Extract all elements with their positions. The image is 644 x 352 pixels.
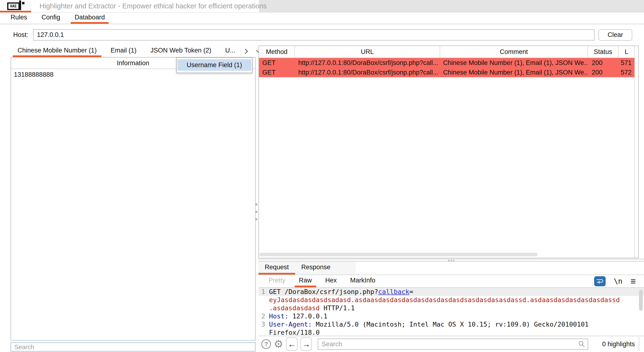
editor-bottom-toolbar: ? ⚙ ← → 0 highlights: [258, 336, 644, 352]
editor-search-input[interactable]: [318, 340, 578, 348]
code-segment-header: Host:: [269, 312, 288, 320]
message-view-tab-bar: PrettyRawHexMarkInfo \n ≡: [258, 275, 644, 288]
tab-response[interactable]: Response: [295, 262, 337, 274]
hae-window: HAE Highlighter and Extractor - Empower …: [0, 0, 644, 352]
editor-line: 1GET /DoraBox/csrf/jsonp.php?callback=: [258, 288, 644, 296]
search-icon: [578, 340, 586, 348]
settings-gear-icon[interactable]: ⚙: [274, 339, 283, 349]
hae-logo-icon: HAE: [7, 0, 24, 10]
data-type-tab-chinese-mobile-number-1[interactable]: Chinese Mobile Number (1): [13, 46, 102, 57]
request-editor[interactable]: 1GET /DoraBox/csrf/jsonp.php?callback=ey…: [258, 288, 644, 336]
host-input[interactable]: [33, 29, 594, 40]
editor-vertical-scrollbar-thumb[interactable]: [639, 290, 643, 311]
help-icon[interactable]: ?: [261, 339, 271, 349]
line-number: [258, 296, 269, 304]
line-number: 3: [258, 320, 269, 328]
data-type-tab-bar: Chinese Mobile Number (1)Email (1)JSON W…: [10, 46, 256, 57]
host-label: Host:: [13, 31, 28, 38]
toolbar-divider: [639, 337, 639, 351]
code-segment-plain: GET /DoraBox/csrf/jsonp.php?: [269, 288, 378, 296]
main-tab-databoard[interactable]: Databoard: [71, 13, 108, 24]
title-bar: HAE Highlighter and Extractor - Empower …: [0, 0, 644, 12]
column-header-comment[interactable]: Comment: [440, 46, 588, 58]
previous-match-button[interactable]: ←: [286, 337, 298, 351]
extension-title: Highlighter and Extractor - Empower ethi…: [40, 0, 266, 12]
main-tab-bar: RulesConfigDataboard: [0, 13, 644, 24]
line-number: [258, 328, 269, 336]
code-segment-plain: 127.0.0.1: [288, 312, 328, 320]
editor-menu-icon[interactable]: ≡: [630, 277, 636, 286]
view-tab-markinfo[interactable]: MarkInfo: [346, 275, 380, 287]
host-bar: Host: Clear: [0, 25, 644, 45]
data-type-tab-email-1[interactable]: Email (1): [106, 46, 141, 57]
vertical-splitter-handle[interactable]: [255, 203, 258, 222]
hae-extension-tab[interactable]: HAE: [0, 0, 31, 12]
editor-line: .asdasdasdasd HTTP/1.1: [258, 304, 644, 312]
cell-url: http://127.0.0.1:80/DoraBox/csrf/jsonp.p…: [295, 58, 440, 68]
column-header-l[interactable]: L: [618, 46, 634, 58]
code-segment-plain: Mozilla/5.0 (Macintosh; Intel Mac OS X 1…: [312, 320, 588, 328]
request-response-tab-bar: RequestResponse: [258, 262, 644, 275]
tab-request[interactable]: Request: [258, 262, 295, 274]
word-wrap-icon: [596, 278, 604, 285]
cell-status: 200: [588, 68, 618, 77]
requests-table-body: GEThttp://127.0.0.1:80/DoraBox/csrf/json…: [259, 58, 634, 77]
line-number: [258, 304, 269, 312]
editor-line: 2Host: 127.0.0.1: [258, 312, 644, 320]
cell-comment: Chinese Mobile Number (1), Email (1), JS…: [440, 68, 588, 77]
request-row[interactable]: GEThttp://127.0.0.1:80/DoraBox/csrf/json…: [259, 58, 634, 68]
code-segment-value: eyJasdasdasdasdsadasd.asdaasdasdasdasdas…: [269, 296, 620, 304]
horizontal-splitter-handle[interactable]: [258, 259, 644, 262]
code-segment-plain: HTTP/1.1: [320, 304, 354, 312]
editor-line: Firefox/118.0: [258, 328, 644, 336]
line-number: 2: [258, 312, 269, 320]
view-tab-raw[interactable]: Raw: [295, 275, 316, 287]
word-wrap-toggle[interactable]: [594, 276, 606, 286]
code-segment-value: .asdasdasdasd: [269, 304, 320, 312]
requests-table-header: MethodURLCommentStatusL: [259, 46, 634, 58]
code-segment-header: User-Agent:: [269, 320, 312, 328]
code-segment-plain: Firefox/118.0: [269, 328, 320, 336]
cell-l: 571: [618, 58, 634, 68]
cell-comment: Chinese Mobile Number (1), Email (1), JS…: [440, 58, 588, 68]
cell-method: GET: [259, 68, 295, 77]
message-detail-panel: RequestResponse PrettyRawHexMarkInfo \n …: [258, 262, 644, 352]
information-table: Information 13188888888: [10, 57, 256, 340]
editor-line: eyJasdasdasdasdsadasd.asdaasdasdasdasdas…: [258, 296, 644, 304]
cell-l: 572: [618, 68, 634, 77]
data-type-tab-u[interactable]: U...: [220, 46, 240, 57]
main-tab-config[interactable]: Config: [38, 13, 64, 24]
main-tab-rules[interactable]: Rules: [7, 13, 31, 24]
information-search-input[interactable]: [10, 342, 256, 352]
editor-search-box: [318, 338, 588, 350]
column-header-url[interactable]: URL: [295, 46, 440, 58]
editor-line: 3User-Agent: Mozilla/5.0 (Macintosh; Int…: [258, 320, 644, 328]
title-bar-background: [259, 0, 644, 12]
requests-vertical-scrollbar[interactable]: [634, 46, 638, 258]
column-header-status[interactable]: Status: [588, 46, 618, 58]
cell-url: http://127.0.0.1:80/DoraBox/csrf/jsonp.p…: [295, 68, 440, 77]
data-type-tab-json-web-token-2[interactable]: JSON Web Token (2): [146, 46, 216, 57]
line-number: 1: [258, 288, 269, 296]
cell-method: GET: [259, 58, 295, 68]
clear-button[interactable]: Clear: [598, 29, 632, 41]
dropdown-item-username-field[interactable]: Username Field (1): [178, 59, 251, 71]
view-tab-pretty[interactable]: Pretty: [264, 275, 290, 287]
view-tab-hex[interactable]: Hex: [321, 275, 341, 287]
code-segment-plain: =: [409, 288, 413, 296]
request-row[interactable]: GEThttp://127.0.0.1:80/DoraBox/csrf/json…: [259, 68, 634, 77]
column-header-method[interactable]: Method: [259, 46, 295, 58]
tab-overflow-dropdown: Username Field (1): [176, 57, 252, 73]
highlights-count: 0 highlights: [602, 340, 635, 348]
next-match-button[interactable]: →: [300, 337, 312, 351]
code-segment-param: callback: [378, 288, 409, 296]
cell-status: 200: [588, 58, 618, 68]
tab-scroll-right-icon[interactable]: [242, 47, 250, 56]
requests-horizontal-scrollbar-thumb[interactable]: [260, 253, 538, 256]
newline-toggle[interactable]: \n: [614, 277, 622, 285]
requests-table: MethodURLCommentStatusL GEThttp://127.0.…: [258, 46, 639, 258]
